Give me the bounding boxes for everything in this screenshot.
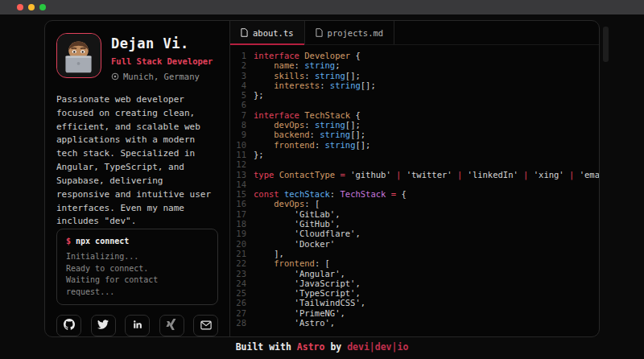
line-number: 19 — [230, 229, 246, 238]
code-line: 2 name: string; — [230, 60, 599, 70]
linkedin-link-button[interactable] — [125, 315, 150, 336]
line-content: }; — [254, 150, 264, 159]
terminal-widget: $npx connect Initializing...Ready to con… — [56, 229, 218, 305]
line-content: 'TypeScript', — [254, 288, 361, 298]
line-number: 4 — [230, 80, 246, 90]
code-line: 20 'Docker' — [230, 239, 599, 249]
line-number: 26 — [230, 298, 246, 307]
tab-label: about.ts — [253, 28, 294, 38]
line-number: 14 — [230, 180, 246, 189]
email-icon — [200, 318, 212, 333]
line-number: 20 — [230, 239, 246, 249]
code-editor: about.tsprojects.md 1interface Developer… — [230, 21, 599, 336]
line-number: 25 — [230, 288, 246, 298]
line-number: 13 — [230, 170, 246, 180]
code-line: 6 — [230, 100, 599, 109]
line-number: 1 — [230, 51, 246, 60]
line-content: 'GitHub', — [254, 219, 340, 229]
minimize-window-icon[interactable] — [28, 4, 35, 10]
code-line: 27 'PrimeNG', — [230, 308, 599, 318]
code-line: 22 frontend: [ — [230, 258, 599, 268]
line-content: frontend: [ — [254, 258, 330, 268]
footer: Built with Astro by devi|dev|io — [0, 341, 644, 353]
code-line: 9 backend: string[]; — [230, 130, 599, 139]
line-content: }; — [254, 90, 264, 100]
location-text: Munich, Germany — [123, 72, 200, 81]
code-line: 4 interests: string[]; — [230, 80, 599, 90]
line-number: 18 — [230, 219, 246, 229]
email-link-button[interactable] — [193, 315, 218, 336]
memoji-avatar — [57, 34, 100, 76]
line-number: 17 — [230, 209, 246, 219]
twitter-link-button[interactable] — [91, 315, 116, 336]
code-line: 24 'JavaScript', — [230, 279, 599, 288]
twitter-icon — [97, 318, 109, 333]
code-line: 3 skills: string[]; — [230, 71, 599, 80]
code-line: 15const techStack: TechStack = { — [230, 189, 599, 199]
line-content: interests: string[]; — [254, 80, 376, 90]
code-area: 1interface Developer {2 name: string;3 s… — [230, 45, 599, 336]
profile-header: Dejan Vi. Full Stack Developer Munich, G… — [56, 33, 218, 81]
code-line: 28 'Astro', — [230, 318, 599, 328]
line-content: 'JavaScript', — [254, 279, 361, 288]
line-content: backend: string[]; — [254, 130, 365, 139]
editor-tabbar: about.tsprojects.md — [230, 21, 599, 45]
close-window-icon[interactable] — [17, 4, 23, 10]
code-line: 18 'GitHub', — [230, 219, 599, 229]
line-content: interface TechStack { — [254, 110, 361, 120]
linkedin-icon — [132, 318, 143, 333]
line-content: devOps: string[]; — [254, 120, 361, 130]
line-number: 6 — [230, 100, 246, 109]
terminal-command: $npx connect — [66, 237, 208, 246]
github-link-button[interactable] — [56, 315, 81, 336]
terminal-prompt: $ — [66, 237, 71, 246]
code-line: 23 'Angular', — [230, 269, 599, 279]
file-icon — [241, 28, 248, 37]
line-content: 'PrimeNG', — [254, 308, 345, 318]
profile-sidebar: Dejan Vi. Full Stack Developer Munich, G… — [45, 21, 230, 336]
line-number: 24 — [230, 279, 246, 288]
terminal-output-line: Ready to connect. — [66, 263, 208, 275]
line-number: 27 — [230, 308, 246, 318]
identity-block: Dejan Vi. Full Stack Developer Munich, G… — [111, 33, 213, 81]
code-line: 19 'Cloudflare', — [230, 229, 599, 238]
location-pin-icon — [111, 72, 119, 80]
window-titlebar — [0, 0, 644, 14]
code-line: 26 'TailwindCSS', — [230, 298, 599, 307]
line-content: skills: string[]; — [254, 71, 361, 80]
code-line: 1interface Developer { — [230, 51, 599, 60]
line-number: 7 — [230, 110, 246, 120]
line-content: 'Cloudflare', — [254, 229, 361, 238]
tab-about.ts[interactable]: about.ts — [230, 21, 305, 44]
code-line: 10 frontend: string[]; — [230, 140, 599, 150]
footer-site-link[interactable]: devi|dev|io — [347, 341, 408, 353]
line-content: devOps: [ — [254, 199, 320, 208]
line-content: 'Astro', — [254, 318, 335, 328]
code-line: 12 — [230, 159, 599, 169]
tab-projects.md[interactable]: projects.md — [305, 21, 395, 44]
line-content: ], — [254, 249, 284, 258]
xing-icon — [166, 318, 177, 333]
code-line: 17 'GitLab', — [230, 209, 599, 219]
code-line: 21 ], — [230, 249, 599, 258]
line-content: 'Docker' — [254, 239, 335, 249]
line-number: 2 — [230, 60, 246, 70]
line-content: 'GitLab', — [254, 209, 340, 219]
line-number: 5 — [230, 90, 246, 100]
code-line: 13type ContactType = 'github' | 'twitter… — [230, 170, 599, 180]
footer-astro-link[interactable]: Astro — [297, 341, 325, 353]
line-number: 3 — [230, 71, 246, 80]
line-number: 28 — [230, 318, 246, 328]
line-number: 12 — [230, 159, 246, 169]
avatar — [56, 33, 101, 78]
profile-name: Dejan Vi. — [111, 35, 213, 52]
profile-bio: Passionate web developer focused on crea… — [56, 93, 218, 229]
profile-role: Full Stack Developer — [111, 56, 213, 66]
scrollbar-thumb[interactable] — [603, 27, 609, 62]
line-content: const techStack: TechStack = { — [254, 189, 407, 199]
xing-link-button[interactable] — [159, 315, 184, 336]
line-number: 11 — [230, 150, 246, 159]
line-content: 'TailwindCSS', — [254, 298, 365, 307]
line-number: 21 — [230, 249, 246, 258]
maximize-window-icon[interactable] — [39, 4, 46, 10]
